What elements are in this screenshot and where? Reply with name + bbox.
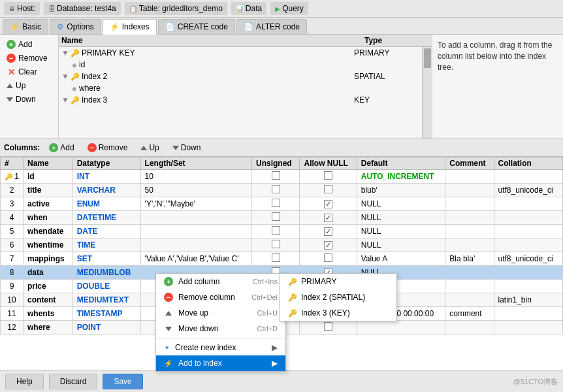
cell-num-11: 12 [1,321,24,335]
table-row[interactable]: 6 whentime TIME NULL [1,238,563,252]
table-row[interactable]: 5 whendate DATE NULL [1,225,563,238]
cell-datatype-2: ENUM [72,197,140,211]
tab-basic[interactable]: ⚡ Basic [3,19,48,34]
index-remove-label: Remove [18,54,48,63]
table-row[interactable]: 🔑 1 id INT 10 AUTO_INCREMENT [1,170,563,184]
allownull-checkbox-2[interactable] [324,200,332,208]
sm-index3-label: Index 3 (KEY) [301,308,350,318]
table-row[interactable]: 7 mappings SET 'Value A','Value B','Valu… [1,252,563,266]
tree-row-id[interactable]: ◆ id [59,59,422,71]
unsigned-checkbox-0[interactable] [272,171,280,180]
index-clear-label: Clear [18,67,37,76]
index-scrollbar[interactable] [422,47,432,139]
unsigned-checkbox-2[interactable] [272,199,280,207]
unsigned-checkbox-5[interactable] [272,240,280,248]
discard-button[interactable]: Discard [49,374,98,389]
tree-index3-type: KEY [354,95,419,105]
col-header-name: Name [24,157,73,170]
index-scroll-thumb[interactable] [424,48,431,68]
cell-allownull-4 [300,225,357,238]
allownull-checkbox-3[interactable] [324,214,332,222]
tab-indexes-label: Indexes [122,22,150,31]
col-add-button[interactable]: + Add [45,142,78,154]
allownull-checkbox-0[interactable] [324,171,332,180]
index-remove-button[interactable]: − Remove [4,52,54,64]
index-add-button[interactable]: + Add [4,39,54,50]
remove-icon: − [7,54,16,63]
tab-options[interactable]: ⚙ Options [50,19,101,34]
allownull-checkbox-1[interactable] [324,185,332,193]
unsigned-checkbox-4[interactable] [272,226,280,235]
allownull-checkbox-11[interactable] [324,322,332,331]
allownull-checkbox-6[interactable] [324,253,332,262]
sm-primary[interactable]: 🔑 PRIMARY [280,274,396,289]
unsigned-checkbox-6[interactable] [272,253,280,262]
table-row[interactable]: 4 when DATETIME NULL [1,211,563,225]
cm-create-index[interactable]: ✦ Create new index ▶ [156,340,285,355]
host-item[interactable]: 🖥 Host: [4,2,40,15]
cell-num-6: 7 [1,252,24,266]
cm-move-up[interactable]: Move up Ctrl+U [156,305,285,321]
tab-options-label: Options [67,22,93,31]
cm-create-icon: ✦ [164,344,170,352]
index-down-button[interactable]: Down [4,93,54,105]
tree-row-index2[interactable]: ▼ 🔑 Index 2 SPATIAL [59,71,422,82]
unsigned-checkbox-3[interactable] [272,212,280,221]
cell-unsigned-4 [251,225,300,238]
tree-row-where[interactable]: ◆ where [59,82,422,94]
cell-datatype-1: VARCHAR [72,184,140,197]
cm-add-to-index[interactable]: ⚡ Add to index ▶ [156,355,285,371]
col-down-label: Down [181,143,201,152]
col-up-button[interactable]: Up [137,142,163,154]
cell-length-6: 'Value A','Value B','Value C' [140,252,251,266]
sm-index3[interactable]: 🔑 Index 3 (KEY) [280,305,396,321]
index-clear-button[interactable]: ✕ Clear [4,66,54,78]
cell-default-3: NULL [357,211,445,225]
clear-icon: ✕ [7,67,16,76]
table-item[interactable]: 📋 Table: grideditors_demo [125,2,227,15]
cm-add-column[interactable]: + Add column Ctrl+Ins [156,274,285,289]
cell-default-0: AUTO_INCREMENT [357,170,445,184]
diamond-icon-where: ◆ [72,85,77,92]
cell-name-4: whendate [24,225,73,238]
data-label: Data [246,4,262,13]
table-row[interactable]: 2 title VARCHAR 50 blub' utf8_unicode_ci [1,184,563,197]
cell-datatype-4: DATE [72,225,140,238]
allownull-checkbox-5[interactable] [324,241,332,250]
index-up-button[interactable]: Up [4,80,54,91]
sm-primary-icon: 🔑 [288,278,297,286]
cell-num-8: 9 [1,280,24,293]
tree-primary-type: PRIMARY [354,48,419,57]
cell-collation-2 [494,197,563,211]
data-item[interactable]: 📊 Data [231,2,266,15]
cm-remove-column[interactable]: − Remove column Ctrl+Del [156,289,285,305]
col-header-comment: Comment [445,157,494,170]
cm-create-arrow: ▶ [272,343,278,352]
tab-indexes[interactable]: ⚡ Indexes [103,19,157,35]
sm-index2[interactable]: 🔑 Index 2 (SPATIAL) [280,289,396,305]
table-row[interactable]: 3 active ENUM 'Y','N','"Maybe' NULL [1,197,563,211]
col-remove-button[interactable]: − Remove [84,142,132,154]
unsigned-checkbox-1[interactable] [272,185,280,193]
col-remove-icon: − [88,143,97,152]
save-button[interactable]: Save [103,374,142,389]
tree-row-primary[interactable]: ▼ 🔑 PRIMARY KEY PRIMARY [59,47,422,59]
cell-allownull-6 [300,252,357,266]
cm-add-label: Add column [178,277,248,286]
col-down-button[interactable]: Down [169,142,205,154]
cm-move-down[interactable]: Move down Ctrl+D [156,321,285,336]
cell-num-7: 8 [1,266,24,280]
tree-row-index3[interactable]: ▼ 🔑 Index 3 KEY [59,94,422,106]
database-item[interactable]: 🗄 Database: test4a [44,2,121,15]
cell-length-1: 50 [140,184,251,197]
allownull-checkbox-4[interactable] [324,227,332,236]
cm-addindex-icon: ⚡ [164,359,173,368]
help-button[interactable]: Help [5,374,44,389]
tree-name-header: Name [61,36,364,45]
cell-comment-11 [445,321,494,335]
tab-alter[interactable]: 📄 ALTER code [236,19,307,34]
sm-index3-icon: 🔑 [288,309,297,318]
tab-create[interactable]: 📄 CREATE code [158,19,235,34]
cm-down-label: Move down [178,324,252,333]
query-item[interactable]: ▶ Query [270,2,308,15]
